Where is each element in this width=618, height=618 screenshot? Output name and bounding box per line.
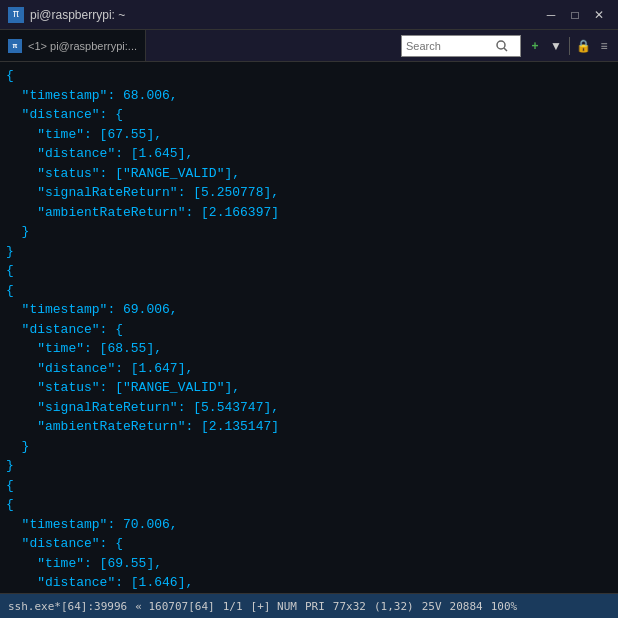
status-size: 77x32 [333, 600, 366, 613]
maximize-button[interactable]: □ [564, 4, 586, 26]
terminal-line: { [6, 495, 612, 515]
titlebar: π pi@raspberrypi: ~ ─ □ ✕ [0, 0, 618, 30]
terminal-line: "signalRateReturn": [5.543747], [6, 398, 612, 418]
terminal-line: "time": [67.55], [6, 125, 612, 145]
window-title: pi@raspberrypi: ~ [30, 8, 125, 22]
terminal-line: "distance": [1.645], [6, 144, 612, 164]
dropdown-button[interactable]: ▼ [546, 35, 566, 57]
terminal-line: "timestamp": 68.006, [6, 86, 612, 106]
terminal-line: } [6, 222, 612, 242]
status-mode: [+] NUM [251, 600, 297, 613]
search-input[interactable] [406, 40, 496, 52]
minimize-button[interactable]: ─ [540, 4, 562, 26]
tab-icon: π [8, 39, 22, 53]
tab-label: <1> pi@raspberrypi:... [28, 40, 137, 52]
terminal-line: { [6, 476, 612, 496]
new-tab-button[interactable]: + [525, 35, 545, 57]
status-mem: 20884 [450, 600, 483, 613]
config-button[interactable]: ≡ [594, 35, 614, 57]
terminal-line: "status": ["RANGE_VALID"], [6, 378, 612, 398]
search-area [401, 35, 521, 57]
terminal-line: "timestamp": 69.006, [6, 300, 612, 320]
status-voltage: 25V [422, 600, 442, 613]
terminal-line: "ambientRateReturn": [2.135147] [6, 417, 612, 437]
terminal-line: "distance": [1.646], [6, 573, 612, 593]
status-pos: (1,32) [374, 600, 414, 613]
terminal-line: "distance": [1.647], [6, 359, 612, 379]
tabbar: π <1> pi@raspberrypi:... + ▼ 🔒 ≡ [0, 30, 618, 62]
terminal-line: { [6, 281, 612, 301]
toolbar-icons: + ▼ 🔒 ≡ [525, 35, 614, 57]
terminal-line: "ambientRateReturn": [2.166397] [6, 203, 612, 223]
status-info: « 160707[64] [135, 600, 214, 613]
terminal-line: "distance": { [6, 320, 612, 340]
status-pri: PRI [305, 600, 325, 613]
app-icon: π [8, 7, 24, 23]
svg-point-0 [497, 41, 505, 49]
terminal-line: { [6, 261, 612, 281]
terminal-line: "signalRateReturn": [5.250778], [6, 183, 612, 203]
terminal-line: "status": ["RANGE_VALID"], [6, 164, 612, 184]
toolbar-separator [569, 37, 570, 55]
status-fraction: 1/1 [223, 600, 243, 613]
search-box[interactable] [401, 35, 521, 57]
terminal-line: "time": [68.55], [6, 339, 612, 359]
close-button[interactable]: ✕ [588, 4, 610, 26]
terminal-line: } [6, 456, 612, 476]
tab-1[interactable]: π <1> pi@raspberrypi:... [0, 30, 146, 61]
terminal-line: } [6, 437, 612, 457]
search-icon [496, 40, 508, 52]
terminal-line: { [6, 66, 612, 86]
terminal-line: "distance": { [6, 534, 612, 554]
terminal-line: "distance": { [6, 105, 612, 125]
search-button[interactable] [496, 40, 508, 52]
svg-line-1 [504, 48, 507, 51]
window-controls: ─ □ ✕ [540, 4, 610, 26]
terminal-line: "time": [69.55], [6, 554, 612, 574]
status-exe: ssh.exe*[64]:39996 [8, 600, 127, 613]
terminal-line: "timestamp": 70.006, [6, 515, 612, 535]
titlebar-left: π pi@raspberrypi: ~ [8, 7, 125, 23]
statusbar: ssh.exe*[64]:39996 « 160707[64] 1/1 [+] … [0, 593, 618, 618]
terminal-line: } [6, 242, 612, 262]
status-pct: 100% [491, 600, 518, 613]
lock-button[interactable]: 🔒 [573, 35, 593, 57]
terminal-content[interactable]: { "timestamp": 68.006, "distance": { "ti… [0, 62, 618, 593]
